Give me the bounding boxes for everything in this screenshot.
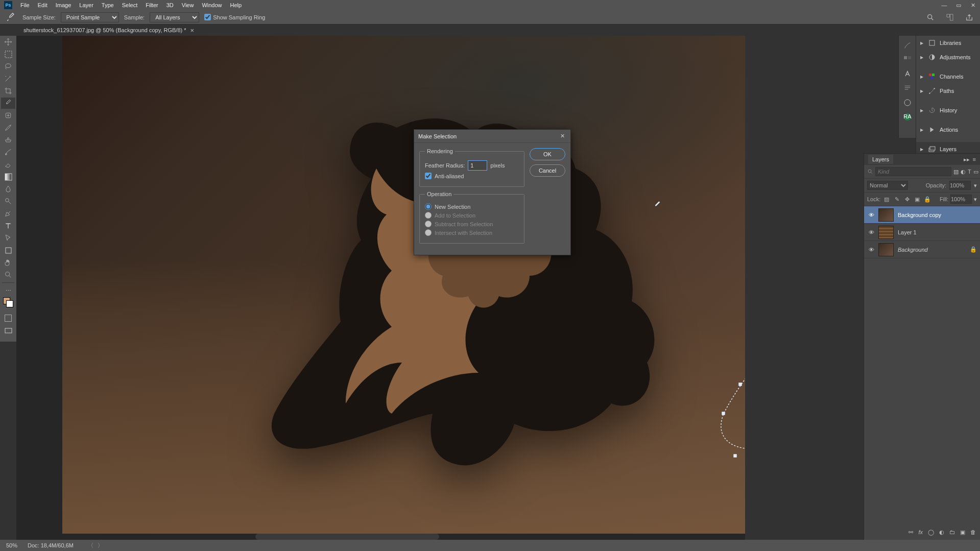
- workspace-icon[interactable]: [943, 11, 957, 24]
- swatches-panel-icon[interactable]: [902, 54, 913, 65]
- move-tool-icon[interactable]: [1, 36, 15, 47]
- spot-heal-tool-icon[interactable]: [1, 110, 15, 121]
- visibility-eye-icon[interactable]: 👁: [864, 247, 878, 253]
- panel-libraries[interactable]: ▶Libraries: [916, 36, 980, 50]
- dodge-tool-icon[interactable]: [1, 196, 15, 207]
- share-icon[interactable]: [963, 11, 976, 24]
- window-minimize-button[interactable]: —: [937, 0, 951, 10]
- link-layers-icon[interactable]: ⚯: [909, 529, 913, 536]
- filter-kind-icon[interactable]: [867, 167, 873, 176]
- character-panel-icon[interactable]: [902, 68, 913, 80]
- layer-thumbnail[interactable]: [878, 243, 894, 256]
- eyedropper-tool-icon[interactable]: [4, 12, 17, 22]
- close-tab-icon[interactable]: ×: [190, 27, 195, 34]
- type-tool-icon[interactable]: [1, 220, 15, 231]
- menu-help[interactable]: Help: [226, 2, 246, 8]
- layer-thumbnail[interactable]: [878, 226, 894, 239]
- brush-tool-icon[interactable]: [1, 122, 15, 133]
- layers-tab[interactable]: Layers: [868, 155, 893, 164]
- menu-filter[interactable]: Filter: [141, 2, 162, 8]
- menu-layer[interactable]: Layer: [75, 2, 98, 8]
- lasso-tool-icon[interactable]: [1, 61, 15, 72]
- menu-3d[interactable]: 3D: [162, 2, 178, 8]
- adjustment-layer-icon[interactable]: ◐: [939, 529, 944, 536]
- filter-adjust-icon[interactable]: ◐: [961, 167, 966, 176]
- paragraph-panel-icon[interactable]: [902, 83, 913, 94]
- sample-size-select[interactable]: Point Sample: [61, 12, 119, 22]
- brush-panel-icon[interactable]: [902, 40, 913, 51]
- visibility-eye-icon[interactable]: 👁: [864, 229, 878, 235]
- visibility-eye-icon[interactable]: 👁: [864, 212, 878, 218]
- menu-image[interactable]: Image: [52, 2, 76, 8]
- menu-window[interactable]: Window: [198, 2, 226, 8]
- quickmask-tool-icon[interactable]: [1, 313, 15, 324]
- lock-transparency-icon[interactable]: ▨: [882, 195, 891, 203]
- document-canvas[interactable]: [62, 36, 745, 534]
- edit-toolbar-icon[interactable]: ⋯: [1, 285, 15, 296]
- window-close-button[interactable]: ✕: [966, 0, 980, 10]
- clone-stamp-tool-icon[interactable]: [1, 134, 15, 146]
- marquee-tool-icon[interactable]: [1, 49, 15, 60]
- status-next-icon[interactable]: 〉: [98, 542, 103, 549]
- fill-dropdown-icon[interactable]: ▾: [974, 196, 977, 203]
- background-color-swatch[interactable]: [6, 300, 13, 307]
- path-select-tool-icon[interactable]: [1, 232, 15, 244]
- zoom-level[interactable]: 50%: [6, 542, 17, 548]
- menu-type[interactable]: Type: [98, 2, 118, 8]
- ok-button[interactable]: OK: [530, 148, 565, 160]
- document-tab[interactable]: shutterstock_612937007.jpg @ 50% (Backgr…: [19, 25, 198, 36]
- layer-name[interactable]: Background: [898, 247, 970, 253]
- gradient-tool-icon[interactable]: [1, 171, 15, 182]
- layer-thumbnail[interactable]: [878, 208, 894, 222]
- opacity-dropdown-icon[interactable]: ▾: [974, 182, 977, 189]
- search-icon[interactable]: [924, 11, 937, 24]
- filter-pixel-icon[interactable]: ▧: [953, 167, 959, 176]
- layer-item[interactable]: 👁 Layer 1: [864, 224, 980, 241]
- window-maximize-button[interactable]: ▭: [951, 0, 966, 10]
- layer-filter-input[interactable]: [875, 167, 951, 176]
- doc-size[interactable]: Doc: 18,4M/60,6M: [28, 542, 74, 548]
- lock-pixels-icon[interactable]: ✎: [893, 195, 901, 203]
- panel-channels[interactable]: ▶Channels: [916, 69, 980, 84]
- magic-wand-tool-icon[interactable]: [1, 73, 15, 84]
- layer-item[interactable]: 👁 Background copy: [864, 206, 980, 224]
- new-layer-icon[interactable]: ▣: [960, 529, 965, 536]
- horizontal-scrollbar[interactable]: [255, 534, 439, 540]
- color-panel-icon[interactable]: [902, 97, 913, 108]
- panel-menu-icon[interactable]: ≡: [973, 156, 976, 162]
- filter-shape-icon[interactable]: ▭: [973, 167, 978, 176]
- mask-icon[interactable]: ◯: [928, 529, 934, 536]
- group-icon[interactable]: 🗀: [949, 529, 955, 535]
- panel-paths[interactable]: ▶Paths: [916, 84, 980, 98]
- filter-type-icon[interactable]: T: [968, 167, 971, 176]
- lock-artboard-icon[interactable]: ▣: [913, 195, 921, 203]
- profile-panel-icon[interactable]: RA: [902, 111, 913, 123]
- status-prev-icon[interactable]: 〈: [88, 542, 93, 549]
- color-swatches[interactable]: [1, 297, 15, 312]
- zoom-tool-icon[interactable]: [1, 269, 15, 280]
- eraser-tool-icon[interactable]: [1, 159, 15, 170]
- delete-layer-icon[interactable]: 🗑: [970, 529, 976, 535]
- dialog-close-icon[interactable]: ✕: [558, 132, 566, 140]
- screenmode-tool-icon[interactable]: [1, 325, 15, 336]
- panel-adjustments[interactable]: ▶Adjustments: [916, 50, 980, 64]
- panel-actions[interactable]: ▶Actions: [916, 123, 980, 137]
- shape-tool-icon[interactable]: [1, 245, 15, 256]
- eyedropper-tool-icon[interactable]: [1, 98, 15, 109]
- crop-tool-icon[interactable]: [1, 85, 15, 97]
- fx-icon[interactable]: fx: [918, 529, 923, 535]
- collapse-panel-icon[interactable]: ▸▸: [964, 156, 970, 163]
- hand-tool-icon[interactable]: [1, 257, 15, 268]
- op-new-radio[interactable]: [425, 203, 432, 210]
- menu-view[interactable]: View: [178, 2, 198, 8]
- menu-select[interactable]: Select: [118, 2, 142, 8]
- fill-input[interactable]: [950, 195, 972, 204]
- show-sampling-ring-checkbox[interactable]: [204, 14, 211, 20]
- menu-file[interactable]: File: [16, 2, 34, 8]
- blend-mode-select[interactable]: Normal: [867, 181, 908, 190]
- layer-name[interactable]: Background copy: [898, 212, 980, 218]
- opacity-input[interactable]: [949, 181, 971, 190]
- layer-item[interactable]: 👁 Background 🔒: [864, 241, 980, 258]
- blur-tool-icon[interactable]: [1, 183, 15, 195]
- menu-edit[interactable]: Edit: [34, 2, 52, 8]
